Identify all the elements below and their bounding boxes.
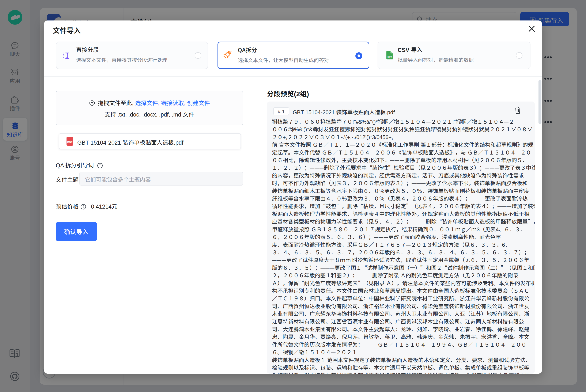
svg-text:PDF: PDF [67,141,73,144]
svg-text:CSV: CSV [387,56,392,58]
